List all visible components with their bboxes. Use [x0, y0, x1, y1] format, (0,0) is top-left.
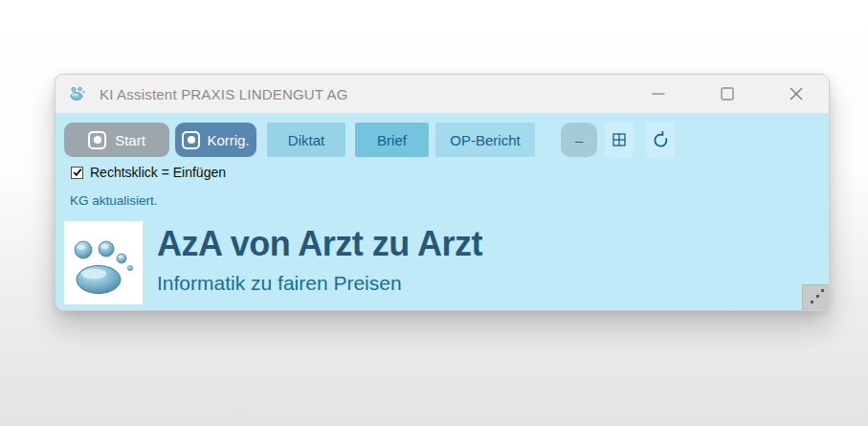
- rightclick-option[interactable]: Rechtsklick = Einfügen: [71, 165, 226, 180]
- op-bericht-button-label: OP-Bericht: [450, 132, 520, 148]
- grip-dots-icon: [803, 285, 830, 311]
- toolbar: Start Korrig. Diktat Brief OP-Bericht –: [64, 123, 675, 157]
- rightclick-label: Rechtsklick = Einfügen: [90, 165, 226, 180]
- app-logo-icon: [68, 85, 91, 102]
- status-text: KG aktualisiert.: [70, 193, 158, 208]
- minimize-button[interactable]: [651, 86, 666, 101]
- grid-button[interactable]: [605, 123, 634, 157]
- record-icon: [182, 131, 200, 149]
- app-window: KI Assistent PRAXIS LINDENGUT AG Start: [55, 74, 830, 311]
- diktat-button-label: Diktat: [288, 132, 324, 148]
- resize-grip[interactable]: [802, 284, 829, 310]
- start-button[interactable]: Start: [64, 123, 169, 157]
- window-controls: [651, 86, 829, 101]
- refresh-button[interactable]: [646, 123, 675, 157]
- refresh-icon: [652, 131, 670, 149]
- brand-subtitle: Informatik zu fairen Preisen: [157, 272, 482, 295]
- korrig-button[interactable]: Korrig.: [175, 123, 256, 157]
- rightclick-checkbox[interactable]: [71, 167, 83, 179]
- maximize-button[interactable]: [720, 86, 735, 101]
- grid-icon: [612, 133, 626, 146]
- aza-water-drops-logo: [64, 221, 143, 304]
- record-icon: [88, 131, 106, 149]
- diktat-button[interactable]: Diktat: [267, 123, 345, 157]
- korrig-button-label: Korrig.: [207, 132, 249, 148]
- brand-headline: AzA von Arzt zu Arzt: [157, 225, 482, 263]
- brief-button-label: Brief: [377, 132, 407, 148]
- close-button[interactable]: [789, 86, 804, 101]
- desktop-background: KI Assistent PRAXIS LINDENGUT AG Start: [0, 0, 868, 426]
- op-bericht-button[interactable]: OP-Bericht: [435, 123, 535, 157]
- window-title: KI Assistent PRAXIS LINDENGUT AG: [100, 86, 348, 102]
- start-button-label: Start: [115, 132, 145, 148]
- collapse-button[interactable]: –: [561, 123, 597, 157]
- titlebar[interactable]: KI Assistent PRAXIS LINDENGUT AG: [56, 75, 829, 113]
- dash-label: –: [575, 132, 583, 148]
- checkmark-icon: [73, 168, 82, 177]
- brief-button[interactable]: Brief: [355, 123, 429, 157]
- branding-block: AzA von Arzt zu Arzt Informatik zu faire…: [64, 221, 482, 304]
